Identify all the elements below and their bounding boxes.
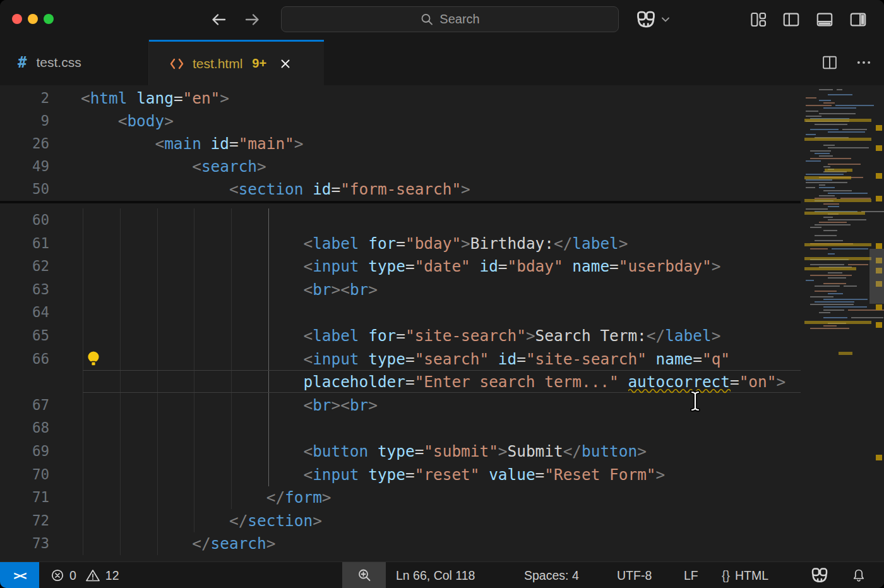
minimap-code-line: [806, 105, 832, 106]
code-text: <input type="date" id="bday" name="userb…: [81, 255, 720, 278]
overview-ruler-warning-mark: [876, 243, 882, 249]
toggle-primary-sidebar-button[interactable]: [782, 10, 801, 29]
more-actions-icon[interactable]: [855, 54, 873, 71]
minimap[interactable]: [803, 85, 875, 561]
indent-guide: [194, 208, 194, 232]
search-command-center[interactable]: Search: [281, 6, 619, 32]
problems-indicator[interactable]: 0 12: [51, 562, 119, 588]
indent-guide: [157, 301, 158, 324]
minimap-code-line: [823, 190, 852, 191]
indent-guide: [157, 208, 158, 232]
indent-guide: [83, 208, 83, 232]
zoom-indicator[interactable]: [342, 562, 386, 588]
minimap-code-line: [828, 131, 865, 133]
code-line-60[interactable]: 60: [0, 208, 801, 232]
minimap-code-line: [819, 113, 856, 114]
vertical-scrollbar[interactable]: [869, 249, 884, 304]
remote-indicator[interactable]: ><: [0, 562, 39, 588]
line-number: 50: [0, 177, 49, 201]
code-text: <label for="site-search">Search Term:</l…: [81, 324, 720, 347]
code-line-2[interactable]: 2<html lang="en">: [0, 87, 801, 110]
minimap-code-line: [810, 304, 854, 305]
search-label: Search: [439, 12, 479, 27]
code-line-63[interactable]: 63 <br><br>: [0, 278, 801, 301]
toggle-panel-button[interactable]: [815, 10, 834, 29]
copilot-icon: [635, 9, 657, 30]
code-line-71[interactable]: 71 </form>: [0, 486, 801, 509]
problems-badge: 9+: [252, 56, 266, 71]
line-number: 70: [0, 463, 49, 486]
close-window-button[interactable]: [12, 14, 22, 24]
code-line-49[interactable]: 49 <search>: [0, 155, 801, 178]
minimap-warning-highlight: [839, 352, 852, 355]
minimap-warning-highlight: [804, 119, 871, 122]
lightbulb-quickfix-icon[interactable]: [86, 350, 101, 368]
minimap-code-line: [810, 328, 849, 329]
code-line-70[interactable]: 70 <input type="reset" value="Reset Form…: [0, 463, 801, 486]
language-mode-indicator[interactable]: {} HTML: [722, 562, 768, 588]
minimap-code-line: [848, 264, 868, 265]
code-line-62[interactable]: 62 <input type="date" id="bday" name="us…: [0, 255, 801, 278]
line-number: 64: [0, 301, 49, 324]
minimap-code-line: [828, 206, 839, 207]
minimap-code-line: [815, 224, 851, 225]
minimap-code-line: [806, 179, 832, 181]
toggle-secondary-sidebar-button[interactable]: [849, 10, 868, 29]
minimap-code-line: [806, 116, 821, 117]
code-line-50[interactable]: 50 <section id="form-search">: [0, 177, 801, 201]
close-tab-icon[interactable]: [278, 57, 292, 71]
notifications-bell-icon[interactable]: [851, 562, 866, 588]
minimap-warning-highlight: [804, 199, 871, 202]
code-line-66[interactable]: 66 <input type="search" id="site-search"…: [0, 347, 801, 371]
code-line-67[interactable]: 67 <br><br>: [0, 393, 801, 417]
indent-guide: [268, 208, 269, 232]
code-line-68[interactable]: 68: [0, 416, 801, 440]
indent-guide: [120, 416, 121, 440]
minimap-code-line: [810, 275, 852, 276]
navigate-forward-button[interactable]: [242, 9, 263, 30]
code-line-9[interactable]: 9 <body>: [0, 109, 801, 133]
editor-pane[interactable]: 6061 <label for="bday">Birthday:</label>…: [0, 85, 884, 561]
code-line-73[interactable]: 73 </search>: [0, 532, 801, 555]
css-hash-icon: #: [18, 54, 27, 71]
code-text: </form>: [81, 486, 332, 509]
cursor-position[interactable]: Ln 66, Col 118: [396, 562, 475, 588]
customize-layout-button[interactable]: [749, 10, 768, 29]
minimap-code-line: [828, 293, 843, 294]
zoom-window-button[interactable]: [44, 14, 54, 24]
minimap-code-line: [815, 240, 843, 241]
code-line-72[interactable]: 72 </section>: [0, 509, 801, 532]
tab-test-css[interactable]: # test.css: [0, 40, 149, 85]
encoding-indicator[interactable]: UTF-8: [617, 562, 652, 588]
tab-test-html[interactable]: test.html 9+: [149, 40, 324, 85]
code-line-wrap[interactable]: placeholder="Enter search term..." autoc…: [0, 370, 801, 393]
minimize-window-button[interactable]: [28, 14, 38, 24]
copilot-status-icon[interactable]: [810, 562, 829, 588]
code-line-65[interactable]: 65 <label for="site-search">Search Term:…: [0, 324, 801, 347]
eol-indicator[interactable]: LF: [684, 562, 698, 588]
code-line-64[interactable]: 64: [0, 301, 801, 324]
indent-guide: [231, 416, 232, 440]
minimap-code-line: [819, 100, 831, 101]
line-number: 73: [0, 532, 49, 555]
code-text: <button type="submit">Submit</button>: [81, 440, 647, 463]
line-number: 49: [0, 155, 49, 178]
copilot-menu-button[interactable]: [635, 8, 674, 31]
braces-icon: {}: [722, 568, 730, 583]
status-bar: >< 0 12 Ln 66, Col 118 Spaces: 4 UTF-8 L…: [0, 561, 884, 588]
code-line-26[interactable]: 26 <main id="main">: [0, 132, 801, 155]
minimap-code-line: [828, 253, 835, 255]
minimap-code-line: [823, 309, 844, 311]
navigate-back-button[interactable]: [208, 9, 229, 30]
split-editor-icon[interactable]: [821, 54, 839, 71]
code-line-69[interactable]: 69 <button type="submit">Submit</button>: [0, 440, 801, 463]
sticky-scroll[interactable]: 2<html lang="en">9 <body>26 <main id="ma…: [0, 85, 801, 203]
minimap-code-line: [837, 89, 843, 90]
code-line-61[interactable]: 61 <label for="bday">Birthday:</label>: [0, 232, 801, 255]
title-bar: Search: [0, 0, 884, 40]
indentation-indicator[interactable]: Spaces: 4: [524, 562, 579, 588]
code-text: <br><br>: [81, 278, 378, 301]
minimap-code-line: [810, 150, 831, 152]
minimap-code-line: [810, 129, 839, 130]
minimap-code-line: [815, 285, 840, 287]
